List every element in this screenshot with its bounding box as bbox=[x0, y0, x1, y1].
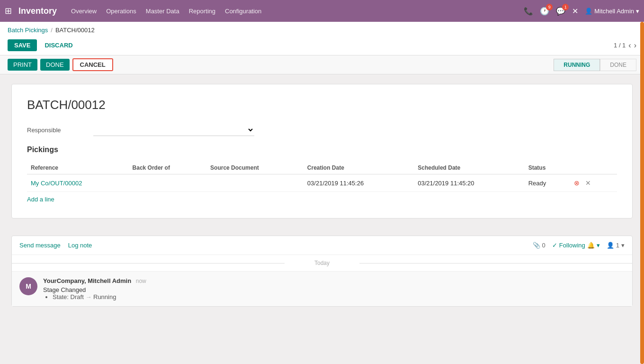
close-icon[interactable]: ✕ bbox=[572, 7, 578, 16]
attachments-group: 📎 0 bbox=[533, 242, 546, 249]
pickings-table: Reference Back Order of Source Document … bbox=[27, 162, 617, 192]
save-button[interactable]: SAVE bbox=[8, 39, 37, 51]
row-creation-date: 03/21/2019 11:45:26 bbox=[304, 174, 414, 192]
people-button[interactable]: 👤 1 ▾ bbox=[607, 242, 625, 249]
col-backorder: Back Order of bbox=[129, 162, 207, 174]
responsible-value: Mitchell Admin bbox=[93, 124, 254, 136]
row-source-doc bbox=[206, 174, 304, 192]
chat-icon[interactable]: 💬 1 bbox=[556, 7, 565, 16]
nav-operations[interactable]: Operations bbox=[106, 8, 136, 15]
chatter-toolbar: Send message Log note 📎 0 ✓ Following 🔔 … bbox=[12, 236, 632, 255]
status-step-done[interactable]: DONE bbox=[600, 59, 636, 71]
row-reference[interactable]: My Co/OUT/00002 bbox=[27, 174, 129, 192]
user-dropdown-icon: ▾ bbox=[636, 8, 639, 15]
message-avatar: M bbox=[19, 277, 37, 295]
main-nav: Overview Operations Master Data Reportin… bbox=[71, 8, 521, 15]
phone-icon[interactable]: 📞 bbox=[524, 7, 533, 16]
checkmark-icon: ✓ bbox=[552, 242, 557, 249]
following-button[interactable]: ✓ Following 🔔 ▾ bbox=[552, 242, 600, 249]
clock-icon[interactable]: 🕐 9 bbox=[540, 7, 549, 16]
breadcrumb-parent[interactable]: Batch Pickings bbox=[8, 27, 48, 34]
people-dropdown-icon: ▾ bbox=[621, 242, 625, 249]
row-delete-button[interactable]: ✕ bbox=[583, 178, 593, 188]
today-divider: Today bbox=[12, 255, 632, 271]
scrollbar[interactable] bbox=[640, 22, 644, 314]
notification-badge: 9 bbox=[546, 4, 553, 10]
col-creation-date: Creation Date bbox=[304, 162, 414, 174]
message-item: M YourCompany, Mitchell Admin now Stage … bbox=[12, 271, 632, 306]
record-card: BATCH/00012 Responsible Mitchell Admin P… bbox=[11, 84, 633, 218]
message-time: now bbox=[136, 278, 146, 284]
row-scheduled-date: 03/21/2019 11:45:20 bbox=[414, 174, 524, 192]
row-actions: ⊗ ✕ bbox=[568, 174, 617, 192]
pager-next[interactable]: › bbox=[634, 41, 636, 50]
responsible-label: Responsible bbox=[27, 127, 93, 134]
bell-icon: 🔔 bbox=[587, 242, 595, 249]
col-source-doc: Source Document bbox=[206, 162, 304, 174]
col-scheduled-date: Scheduled Date bbox=[414, 162, 524, 174]
done-button[interactable]: DONE bbox=[40, 59, 70, 71]
cancel-button[interactable]: CANCEL bbox=[72, 58, 113, 71]
message-detail: State: Draft → Running bbox=[53, 293, 625, 300]
people-icon: 👤 bbox=[607, 242, 614, 249]
attachments-count: 0 bbox=[542, 242, 546, 249]
breadcrumb-separator: / bbox=[51, 27, 53, 34]
chatter-section: Send message Log note 📎 0 ✓ Following 🔔 … bbox=[11, 236, 633, 307]
nav-overview[interactable]: Overview bbox=[71, 8, 97, 15]
grid-icon[interactable]: ⊞ bbox=[5, 6, 12, 16]
col-reference: Reference bbox=[27, 162, 129, 174]
add-line-link[interactable]: Add a line bbox=[27, 196, 54, 203]
breadcrumb-current: BATCH/00012 bbox=[55, 27, 95, 34]
app-title: Inventory bbox=[18, 6, 57, 16]
row-backorder bbox=[129, 174, 207, 192]
nav-configuration[interactable]: Configuration bbox=[225, 8, 261, 15]
table-row: My Co/OUT/00002 03/21/2019 11:45:26 03/2… bbox=[27, 174, 617, 192]
paperclip-icon: 📎 bbox=[533, 242, 540, 249]
col-status: Status bbox=[525, 162, 568, 174]
chatter-right: 📎 0 ✓ Following 🔔 ▾ 👤 1 ▾ bbox=[533, 242, 625, 249]
pickings-section-title: Pickings bbox=[27, 146, 617, 154]
pickings-table-header: Reference Back Order of Source Document … bbox=[27, 162, 617, 174]
user-avatar-icon: 👤 bbox=[585, 8, 592, 15]
send-message-button[interactable]: Send message bbox=[19, 242, 61, 249]
nav-reporting[interactable]: Reporting bbox=[189, 8, 215, 15]
pager-prev[interactable]: ‹ bbox=[628, 41, 631, 50]
secondary-toolbar: PRINT DONE CANCEL RUNNING DONE bbox=[0, 55, 644, 74]
discard-button[interactable]: DISCARD bbox=[40, 39, 77, 51]
message-body: YourCompany, Mitchell Admin now Stage Ch… bbox=[43, 277, 625, 300]
message-badge: 1 bbox=[562, 4, 569, 10]
action-bar: SAVE DISCARD 1 / 1 ‹ › bbox=[8, 37, 636, 55]
user-menu[interactable]: 👤 Mitchell Admin ▾ bbox=[585, 8, 639, 15]
row-status: Ready bbox=[525, 174, 568, 192]
row-remove-button[interactable]: ⊗ bbox=[572, 178, 581, 188]
following-dropdown-icon: ▾ bbox=[597, 242, 600, 249]
responsible-select[interactable]: Mitchell Admin bbox=[93, 124, 254, 136]
breadcrumb: Batch Pickings / BATCH/00012 bbox=[8, 27, 636, 34]
main-content: BATCH/00012 Responsible Mitchell Admin P… bbox=[0, 74, 644, 236]
state-label: State: Draft bbox=[53, 293, 85, 300]
print-button[interactable]: PRINT bbox=[8, 59, 37, 71]
people-count: 1 bbox=[616, 242, 619, 249]
state-value: Running bbox=[93, 293, 116, 300]
message-author: YourCompany, Mitchell Admin bbox=[43, 277, 131, 284]
user-name: Mitchell Admin bbox=[594, 8, 634, 15]
col-actions bbox=[568, 162, 617, 174]
topbar-icons: 📞 🕐 9 💬 1 ✕ 👤 Mitchell Admin ▾ bbox=[524, 7, 639, 16]
responsible-field-row: Responsible Mitchell Admin bbox=[27, 124, 617, 136]
record-title: BATCH/00012 bbox=[27, 98, 617, 112]
pager-text: 1 / 1 bbox=[614, 42, 626, 49]
status-step-running[interactable]: RUNNING bbox=[554, 59, 600, 71]
topbar: ⊞ Inventory Overview Operations Master D… bbox=[0, 0, 644, 22]
nav-master-data[interactable]: Master Data bbox=[146, 8, 179, 15]
breadcrumb-bar: Batch Pickings / BATCH/00012 SAVE DISCAR… bbox=[0, 22, 644, 55]
status-pipeline: RUNNING DONE bbox=[554, 59, 636, 71]
log-note-button[interactable]: Log note bbox=[68, 242, 92, 249]
pager: 1 / 1 ‹ › bbox=[614, 41, 636, 50]
message-text: Stage Changed bbox=[43, 286, 625, 293]
arrow-icon: → bbox=[85, 293, 91, 300]
following-label: Following bbox=[559, 242, 585, 249]
